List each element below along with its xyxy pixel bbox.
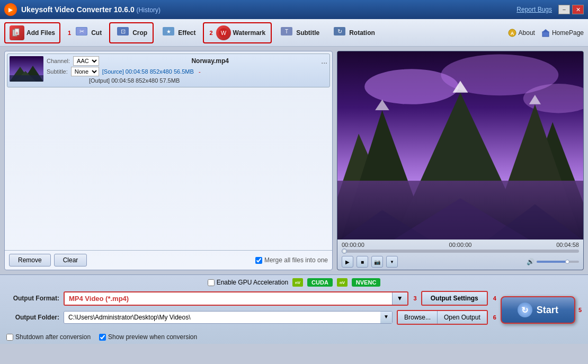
progress-thumb[interactable] bbox=[342, 248, 347, 254]
history-text: (History) bbox=[137, 6, 161, 14]
nvidia-logo-icon: nV bbox=[292, 278, 303, 287]
progress-bar[interactable] bbox=[342, 250, 579, 253]
clear-button[interactable]: Clear bbox=[54, 254, 87, 267]
stop-button[interactable]: ■ bbox=[357, 256, 368, 268]
preview-controls: 00:00:00 00:00:00 00:04:58 ▶ ■ 📷 ▼ 🔊 bbox=[337, 239, 583, 270]
volume-thumb[interactable] bbox=[565, 260, 569, 264]
add-files-button[interactable]: + Add Files bbox=[4, 22, 60, 43]
subtitle-icon: T bbox=[279, 25, 294, 40]
rotation-label: Rotation bbox=[349, 29, 375, 37]
output-settings-badge: 4 bbox=[493, 295, 496, 301]
format-label: Output Format: bbox=[6, 295, 59, 302]
folder-dropdown-button[interactable]: ▼ bbox=[380, 312, 392, 323]
main-area: Channel: AAC Norway.mp4 ... Subtitle: No… bbox=[0, 47, 588, 274]
add-files-label: Add Files bbox=[26, 29, 55, 37]
close-button[interactable]: ✕ bbox=[572, 5, 584, 14]
effect-button[interactable]: ★ Effect bbox=[156, 23, 201, 42]
effect-icon: ★ bbox=[161, 25, 176, 40]
preview-checkbox[interactable] bbox=[99, 334, 106, 341]
start-icon: ↻ bbox=[518, 303, 532, 317]
play-button[interactable]: ▶ bbox=[342, 256, 353, 268]
watermark-label: Watermark bbox=[233, 29, 266, 37]
svg-text:T: T bbox=[285, 29, 288, 34]
cuda-badge: CUDA bbox=[307, 278, 333, 287]
cut-button[interactable]: 1 ✂ Cut bbox=[63, 23, 107, 42]
homepage-icon bbox=[541, 29, 550, 37]
start-badge: 5 bbox=[578, 307, 582, 313]
time-mid: 00:00:00 bbox=[449, 242, 472, 248]
time-end: 00:04:58 bbox=[556, 242, 579, 248]
watermark-badge: 2 bbox=[209, 30, 212, 36]
add-files-icon: + bbox=[10, 25, 24, 40]
output-info: [Output] 00:04:58 852x480 57.5MB bbox=[89, 77, 180, 84]
options-row: Shutdown after conversion Show preview w… bbox=[6, 333, 582, 341]
subtitle-select[interactable]: None bbox=[71, 67, 99, 76]
crop-button[interactable]: ⊡ Crop bbox=[109, 22, 154, 43]
preview-panel: 00:00:00 00:00:00 00:04:58 ▶ ■ 📷 ▼ 🔊 bbox=[337, 51, 584, 270]
volume-track[interactable] bbox=[537, 261, 579, 263]
crop-label: Crop bbox=[132, 29, 147, 37]
report-bugs-link[interactable]: Report Bugs bbox=[516, 6, 552, 13]
svg-text:A: A bbox=[510, 31, 514, 36]
nvenc-nvidia-icon: nV bbox=[337, 278, 348, 287]
screenshot-dropdown[interactable]: ▼ bbox=[386, 256, 398, 268]
toolbar: + Add Files 1 ✂ Cut ⊡ Crop ★ Effect bbox=[0, 19, 588, 47]
merge-checkbox[interactable] bbox=[255, 257, 262, 264]
preview-video bbox=[337, 51, 583, 239]
file-meta: Channel: AAC Norway.mp4 ... Subtitle: No… bbox=[47, 56, 327, 85]
minimize-button[interactable]: − bbox=[558, 5, 570, 14]
file-item: Channel: AAC Norway.mp4 ... Subtitle: No… bbox=[7, 54, 330, 87]
subtitle-button[interactable]: T Subtitle bbox=[274, 23, 325, 42]
shutdown-checkbox[interactable] bbox=[6, 334, 13, 341]
format-input[interactable] bbox=[65, 292, 392, 305]
watermark-button[interactable]: 2 W Watermark bbox=[203, 22, 272, 43]
nvenc-badge: NVENC bbox=[352, 278, 381, 287]
folder-badge: 6 bbox=[493, 314, 496, 321]
file-list: Channel: AAC Norway.mp4 ... Subtitle: No… bbox=[5, 51, 332, 250]
file-panel-footer: Remove Clear Merge all files into one bbox=[5, 250, 332, 270]
title-bar: ▶ Ukeysoft Video Converter 10.6.0 (Histo… bbox=[0, 0, 588, 19]
volume-icon: 🔊 bbox=[527, 258, 534, 265]
folder-input[interactable] bbox=[64, 312, 380, 323]
svg-text:↻: ↻ bbox=[337, 28, 342, 34]
format-dropdown-button[interactable]: ▼ bbox=[392, 292, 407, 305]
file-name: Norway.mp4 bbox=[102, 57, 318, 65]
playback-controls: ▶ ■ 📷 ▼ 🔊 bbox=[342, 256, 579, 268]
file-thumbnail bbox=[10, 56, 43, 82]
open-output-button[interactable]: Open Output bbox=[438, 311, 487, 324]
start-area: ↻ Start 5 bbox=[501, 296, 582, 324]
app-name-text: Ukeysoft Video Converter 10.6.0 bbox=[21, 5, 135, 14]
channel-select[interactable]: AAC bbox=[73, 56, 99, 66]
remove-button[interactable]: Remove bbox=[9, 254, 51, 267]
homepage-label: HomePage bbox=[552, 29, 584, 37]
file-more-button[interactable]: ... bbox=[321, 57, 327, 65]
gpu-check: Enable GPU Acceleration bbox=[208, 279, 288, 286]
svg-text:nV: nV bbox=[295, 280, 301, 285]
subtitle-label: Subtitle bbox=[296, 29, 319, 37]
format-input-wrap: ▼ bbox=[64, 291, 408, 306]
start-button[interactable]: ↻ Start bbox=[501, 296, 575, 324]
svg-text:⊡: ⊡ bbox=[121, 28, 126, 34]
svg-text:★: ★ bbox=[166, 29, 171, 34]
svg-text:nV: nV bbox=[340, 280, 345, 285]
merge-check: Merge all files into one bbox=[255, 256, 328, 264]
rotation-button[interactable]: ↻ Rotation bbox=[327, 23, 380, 42]
watermark-icon: W bbox=[216, 25, 231, 40]
toolbar-right: A About HomePage bbox=[508, 29, 584, 37]
browse-button[interactable]: Browse... bbox=[398, 311, 438, 324]
format-badge: 3 bbox=[414, 295, 417, 301]
effect-label: Effect bbox=[178, 29, 195, 37]
merge-label: Merge all files into one bbox=[264, 256, 328, 264]
preview-check: Show preview when conversion bbox=[99, 333, 197, 341]
screenshot-button[interactable]: 📷 bbox=[371, 256, 383, 268]
svg-text:✂: ✂ bbox=[79, 28, 84, 34]
rotation-icon: ↻ bbox=[332, 25, 347, 40]
window-controls: − ✕ bbox=[558, 5, 584, 14]
homepage-button[interactable]: HomePage bbox=[541, 29, 584, 37]
output-settings-button[interactable]: Output Settings bbox=[421, 291, 488, 306]
preview-label: Show preview when conversion bbox=[108, 333, 197, 341]
gpu-checkbox[interactable] bbox=[208, 279, 215, 286]
file-panel: Channel: AAC Norway.mp4 ... Subtitle: No… bbox=[4, 51, 333, 270]
volume-fill bbox=[537, 261, 566, 263]
about-button[interactable]: A About bbox=[508, 29, 535, 37]
